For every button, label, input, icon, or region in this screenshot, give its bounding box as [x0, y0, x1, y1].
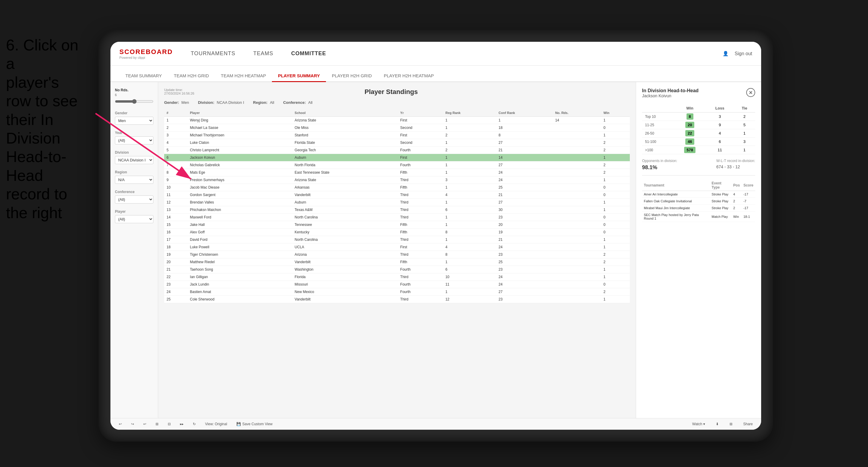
table-row[interactable]: 22 Ian Gilligan Florida Third 10 24 1	[164, 273, 630, 281]
sub-nav-team-h2h-heatmap[interactable]: TEAM H2H HEATMAP	[215, 70, 272, 82]
col-yr: Yr	[398, 109, 443, 117]
gender-select[interactable]: Men	[115, 117, 153, 125]
cell-school: North Carolina	[292, 214, 398, 221]
cell-rds	[553, 206, 601, 214]
sub-nav-player-h2h-grid[interactable]: PLAYER H2H GRID	[326, 70, 378, 82]
sub-nav-player-summary[interactable]: PLAYER SUMMARY	[272, 70, 326, 82]
cell-player: Mats Ege	[187, 169, 292, 176]
cell-reg: 12	[443, 296, 496, 303]
player-select[interactable]: (All)	[115, 215, 153, 223]
table-row[interactable]: 19 Tiger Christensen Arizona Third 8 23 …	[164, 251, 630, 258]
cell-conf: 24	[496, 273, 553, 281]
h2h-col-loss: Loss	[706, 104, 734, 113]
table-row[interactable]: 5 Christo Lamprecht Georgia Tech Fourth …	[164, 147, 630, 154]
h2h-row: Top 10 8 3 2	[642, 113, 755, 121]
table-row[interactable]: 24 Bastien Amat New Mexico Fourth 1 27 2	[164, 288, 630, 296]
panel-title: Player Standings	[194, 88, 588, 96]
table-row[interactable]: 21 Taehoon Song Washington Fourth 6 23 1	[164, 266, 630, 273]
table-row[interactable]: 11 Gordon Sargent Vanderbilt Third 4 21 …	[164, 191, 630, 199]
table-row[interactable]: 8 Mats Ege East Tennessee State Fifth 1 …	[164, 169, 630, 176]
cell-reg: 1	[443, 139, 496, 147]
tool2-btn[interactable]: ⊞	[727, 421, 735, 427]
table-row[interactable]: 1 Wenyj Ding Arizona State First 1 1 14 …	[164, 117, 630, 124]
table-row[interactable]: 3 Michael Thorbjornsen Stanford First 2 …	[164, 132, 630, 139]
cell-rds	[553, 258, 601, 266]
nav-teams[interactable]: TEAMS	[253, 49, 273, 58]
panel-header: Update time: 27/03/2024 16:56:26 Player …	[164, 88, 630, 96]
table-row[interactable]: 6 Jackson Koivun Auburn First 1 14 1	[164, 154, 630, 161]
cell-conf: 8	[496, 132, 553, 139]
user-icon: 👤	[723, 51, 728, 56]
cell-rank: 25	[164, 296, 187, 303]
cell-rds	[553, 139, 601, 147]
h2h-close-btn[interactable]: ×	[746, 88, 755, 97]
redo2-btn[interactable]: ↩	[141, 421, 149, 427]
region-label: Region	[115, 170, 153, 174]
cell-rank: 19	[164, 251, 187, 258]
redo-btn[interactable]: ↪	[129, 421, 136, 427]
cell-reg: 8	[443, 251, 496, 258]
tournament-row: Amer Ari Intercollegiate Stroke Play 4 -…	[642, 191, 755, 198]
cell-reg: 1	[443, 184, 496, 191]
h2h-summary: Opponents in division: 98.1% W-L-T recor…	[642, 159, 755, 171]
nav-tournaments[interactable]: TOURNAMENTS	[191, 49, 236, 58]
filter-row: Gender: Men Division: NCAA Division I Re…	[164, 100, 630, 105]
table-row[interactable]: 7 Nicholas Gabrelick North Florida Fourt…	[164, 161, 630, 169]
paste-btn[interactable]: ⊟	[165, 421, 173, 427]
share-btn[interactable]: Share	[741, 421, 755, 427]
view-btn[interactable]: View: Original	[203, 421, 229, 427]
t-cell-name: Fallen Oak Collegiate Invitational	[642, 198, 710, 205]
table-row[interactable]: 20 Matthew Riedel Vanderbilt Fifth 1 25 …	[164, 258, 630, 266]
table-row[interactable]: 4 Luke Claton Florida State Second 1 27 …	[164, 139, 630, 147]
col-school: School	[292, 109, 398, 117]
cell-rank: 14	[164, 214, 187, 221]
year-select[interactable]: (All)	[115, 136, 153, 145]
table-row[interactable]: 10 Jacob Mac Diease Arkansas Fifth 1 25 …	[164, 184, 630, 191]
top-nav: SCOREBOARD Powered by clippi TOURNAMENTS…	[111, 42, 761, 66]
more-btn[interactable]: ▸▸	[178, 421, 186, 427]
cell-rds	[553, 214, 601, 221]
division-select[interactable]: NCAA Division I	[115, 156, 153, 164]
cell-rds	[553, 199, 601, 206]
conference-select[interactable]: (All)	[115, 195, 153, 204]
cell-win: 1	[601, 154, 630, 161]
nav-committee[interactable]: COMMITTEE	[291, 49, 326, 58]
sign-out-btn[interactable]: Sign out	[735, 51, 752, 56]
cell-player: Bastien Amat	[187, 288, 292, 296]
t-cell-name: Mirabel Maui Jim Intercollegiate	[642, 205, 710, 212]
no-rds-slider[interactable]	[115, 99, 153, 104]
tool1-btn[interactable]: ⬇	[713, 421, 721, 427]
copy-btn[interactable]: ⊞	[153, 421, 161, 427]
undo-btn[interactable]: ↩	[116, 421, 124, 427]
cell-conf: 27	[496, 199, 553, 206]
table-row[interactable]: 13 Phichaksn Maichon Texas A&M Third 6 3…	[164, 206, 630, 214]
table-row[interactable]: 25 Cole Sherwood Vanderbilt Third 12 23 …	[164, 296, 630, 303]
save-btn[interactable]: 💾 Save Custom View	[234, 421, 275, 427]
watch-btn[interactable]: Watch ▾	[690, 421, 707, 427]
sidebar-gender: Gender Men	[115, 111, 153, 125]
sub-nav-team-summary[interactable]: TEAM SUMMARY	[119, 70, 168, 82]
table-row[interactable]: 18 Luke Powell UCLA First 4 24 1	[164, 244, 630, 251]
sub-nav-player-h2h-heatmap[interactable]: PLAYER H2H HEATMAP	[378, 70, 440, 82]
table-row[interactable]: 17 David Ford North Carolina Third 1 21 …	[164, 236, 630, 244]
table-row[interactable]: 9 Preston Summerhays Arizona State Third…	[164, 176, 630, 184]
cell-conf: 23	[496, 251, 553, 258]
cell-rds	[553, 132, 601, 139]
cell-player: Jack Lundin	[187, 281, 292, 288]
table-row[interactable]: 23 Jack Lundin Missouri Fourth 11 24 0	[164, 281, 630, 288]
table-row[interactable]: 15 Jake Hall Tennessee Fifth 1 20 0	[164, 221, 630, 228]
cell-yr: Third	[398, 296, 443, 303]
table-row[interactable]: 16 Alex Goff Kentucky Fifth 8 19 0	[164, 228, 630, 236]
filter-conference: Conference: All	[283, 100, 312, 105]
region-select[interactable]: N/A	[115, 176, 153, 184]
table-row[interactable]: 2 Michael La Sasse Ole Miss Second 1 18 …	[164, 124, 630, 132]
no-rds-value: 6	[115, 93, 153, 97]
table-row[interactable]: 14 Maxwell Ford North Carolina Third 1 2…	[164, 214, 630, 221]
tournament-row: Fallen Oak Collegiate Invitational Strok…	[642, 198, 755, 205]
table-row[interactable]: 12 Brendan Valles Auburn Third 1 27 1	[164, 199, 630, 206]
h2h-row: 51-100 46 6 3	[642, 137, 755, 146]
cell-rds	[553, 161, 601, 169]
sub-nav-team-h2h-grid[interactable]: TEAM H2H GRID	[168, 70, 215, 82]
cell-rank: 8	[164, 169, 187, 176]
refresh-btn[interactable]: ↻	[190, 421, 198, 427]
